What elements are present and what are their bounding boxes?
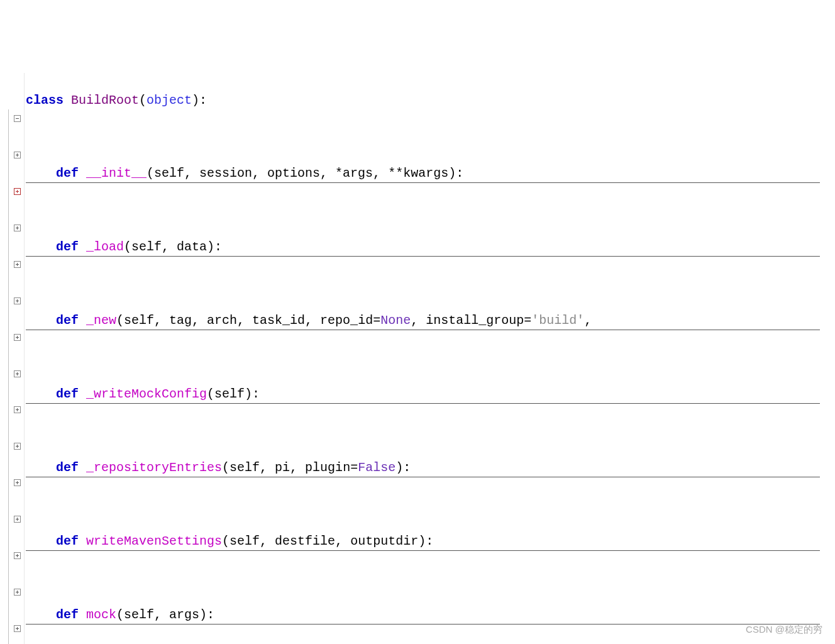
method-def: def _load(self, data): (26, 238, 820, 257)
class-declaration: class BuildRoot(object): (26, 91, 835, 109)
method-def: def _repositoryEntries(self, pi, plugin=… (26, 458, 820, 477)
fold-icon[interactable] (14, 516, 21, 523)
fold-icon[interactable] (14, 625, 21, 632)
method-def: def _new(self, tag, arch, task_id, repo_… (26, 311, 820, 330)
fold-icon[interactable] (14, 225, 21, 231)
fold-icon[interactable] (14, 261, 21, 268)
fold-icon[interactable] (14, 370, 21, 377)
fold-icon[interactable] (14, 479, 21, 486)
fold-icon[interactable] (14, 115, 21, 122)
code-area[interactable]: class BuildRoot(object): def __init__(se… (25, 73, 835, 644)
method-def: def mock(self, args): (26, 606, 820, 625)
method-def: def __init__(self, session, options, *ar… (26, 164, 820, 183)
fold-gutter (0, 73, 25, 644)
code-editor: class BuildRoot(object): def __init__(se… (0, 73, 835, 644)
fold-icon[interactable] (14, 406, 21, 413)
fold-icon[interactable] (14, 443, 21, 450)
fold-icon[interactable] (14, 188, 21, 195)
watermark: CSDN @稳定的穷 (746, 623, 822, 636)
fold-icon[interactable] (14, 589, 21, 596)
fold-icon[interactable] (14, 297, 21, 304)
fold-icon[interactable] (14, 552, 21, 559)
fold-icon[interactable] (14, 152, 21, 158)
method-def: def writeMavenSettings(self, destfile, o… (26, 532, 820, 551)
method-def: def _writeMockConfig(self): (26, 385, 820, 404)
fold-icon[interactable] (14, 334, 21, 341)
